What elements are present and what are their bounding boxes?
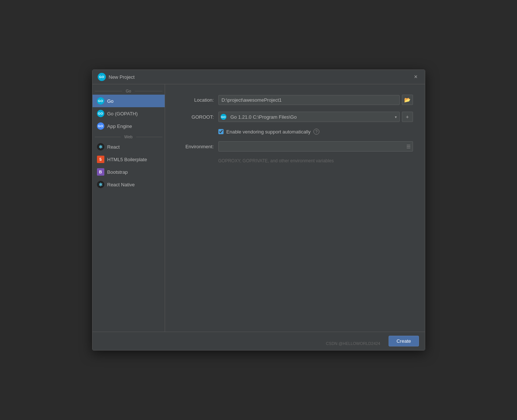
main-panel: Location: 📂 GOROOT: GO Go 1.21.0 C:\Prog… [165,84,425,332]
go-section-header: Go [93,87,165,95]
sidebar-item-html5[interactable]: 5 HTML5 Boilerplate [93,153,165,166]
sidebar-item-appengine-label: App Engine [107,123,132,129]
close-button[interactable]: × [412,73,420,81]
location-row: Location: 📂 [177,95,413,105]
appengine-icon: GO [97,122,104,130]
environment-control: ☰ [218,141,413,152]
help-icon[interactable]: ? [313,129,319,135]
sidebar-item-bootstrap-label: Bootstrap [107,169,128,175]
react-native-icon: ⚛ [97,181,104,188]
environment-hint: GOPROXY, GOPRIVATE, and other environmen… [218,158,413,163]
go-gopath-icon: GO [97,110,104,117]
go-logo-icon: GO [98,73,106,81]
location-control: 📂 [218,95,413,105]
sidebar-item-html5-label: HTML5 Boilerplate [107,157,147,162]
dialog-content: Go GO Go GO Go (GOPATH) GO App Engine We… [93,84,425,332]
sidebar-item-react-native[interactable]: ⚛ React Native [93,178,165,191]
location-input[interactable] [218,95,400,105]
sidebar-item-go[interactable]: GO Go [93,95,165,107]
dialog-title: New Project [109,74,135,80]
sidebar-item-go-label: Go [107,98,114,104]
sidebar-item-go-gopath[interactable]: GO Go (GOPATH) [93,107,165,120]
sidebar-item-app-engine[interactable]: GO App Engine [93,120,165,132]
html5-icon: 5 [97,156,104,163]
goroot-row: GOROOT: GO Go 1.21.0 C:\Program Files\Go… [177,112,413,122]
sidebar-item-go-gopath-label: Go (GOPATH) [107,111,138,116]
vendoring-checkbox[interactable] [218,129,224,134]
sidebar-item-react[interactable]: ⚛ React [93,140,165,153]
goroot-label: GOROOT: [177,114,214,120]
location-label: Location: [177,97,214,103]
bootstrap-icon: B [97,168,104,176]
web-section-header: Web [93,132,165,140]
title-bar: GO New Project × [93,70,425,84]
goroot-select-container: GO Go 1.21.0 C:\Program Files\Go ▾ [218,112,400,122]
plus-icon: + [406,114,409,120]
sidebar: Go GO Go GO Go (GOPATH) GO App Engine We… [93,84,165,332]
vendoring-label: Enable vendoring support automatically [226,129,311,135]
go-icon: GO [97,97,104,105]
environment-input[interactable] [218,141,413,152]
new-project-dialog: GO New Project × Go GO Go GO Go (GOPATH) [92,70,425,350]
title-bar-left: GO New Project [98,73,135,81]
goroot-select[interactable]: Go 1.21.0 C:\Program Files\Go [218,112,400,122]
location-browse-button[interactable]: 📂 [402,95,413,105]
footer: CSDN @HELLOWORLD2424 Create [93,332,425,350]
folder-icon: 📂 [404,97,410,103]
watermark: CSDN @HELLOWORLD2424 [326,341,380,346]
vendoring-row: Enable vendoring support automatically ? [218,129,413,135]
goroot-control: GO Go 1.21.0 C:\Program Files\Go ▾ + [218,112,413,122]
environment-label: Environment: [177,144,214,149]
sidebar-item-bootstrap[interactable]: B Bootstrap [93,166,165,178]
sidebar-item-react-label: React [107,144,120,150]
create-button[interactable]: Create [389,336,419,346]
react-icon: ⚛ [97,143,104,150]
sidebar-item-react-native-label: React Native [107,182,135,187]
environment-row: Environment: ☰ [177,141,413,152]
goroot-add-button[interactable]: + [402,112,413,122]
environment-textarea-wrap: ☰ [218,141,413,152]
